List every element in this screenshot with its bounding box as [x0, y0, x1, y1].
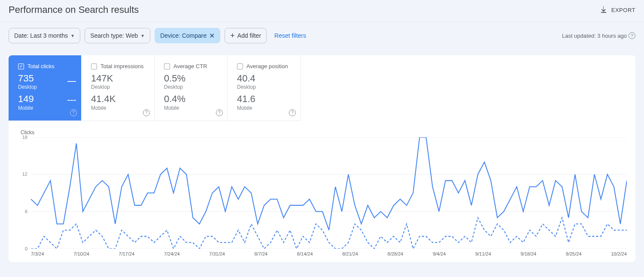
reset-filters[interactable]: Reset filters — [274, 32, 306, 39]
metric-value: 735 — [18, 73, 75, 84]
export-button[interactable]: EXPORT — [599, 6, 635, 14]
chart-xtick: 7/24/24 — [164, 251, 180, 256]
chart-xtick: 8/7/24 — [255, 251, 268, 256]
help-icon[interactable]: ? — [629, 32, 635, 39]
metric-sublabel: Mobile — [18, 105, 75, 111]
help-icon[interactable]: ? — [70, 109, 77, 116]
chart-ylabel: Clicks — [21, 129, 627, 135]
chart-xtick: 9/18/24 — [520, 251, 536, 256]
chart-canvas: 061218 — [21, 137, 627, 249]
metric-sublabel: Mobile — [164, 105, 221, 111]
metric-tab[interactable]: Average position40.4Desktop41.6Mobile? — [228, 55, 301, 121]
metric-sublabel: Desktop — [91, 84, 148, 90]
filters-row: Date: Last 3 months ▼ Search type: Web ▼… — [0, 22, 644, 45]
checkbox-icon — [164, 63, 170, 69]
metric-tab[interactable]: Average CTR0.5%Desktop0.4%Mobile? — [155, 55, 228, 121]
metric-value: 40.4 — [237, 73, 294, 84]
chart-xtick: 7/10/24 — [73, 251, 89, 256]
chart-series-mobile — [31, 218, 627, 249]
metric-label: Average CTR — [173, 63, 207, 69]
metric-label: Total impressions — [100, 63, 143, 69]
last-updated: Last updated: 3 hours ago ? — [562, 32, 635, 39]
metric-tab[interactable]: Total clicks735Desktop149Mobile? — [9, 55, 82, 121]
chart-xaxis: 7/3/247/10/247/17/247/24/247/31/248/7/24… — [21, 249, 627, 258]
metric-sublabel: Desktop — [164, 84, 221, 90]
metric-sublabel: Desktop — [18, 84, 75, 90]
export-label: EXPORT — [611, 7, 635, 13]
caret-down-icon: ▼ — [140, 33, 145, 38]
checkbox-icon — [91, 63, 97, 69]
chart-xtick: 7/3/24 — [31, 251, 44, 256]
add-filter-button[interactable]: + Add filter — [225, 28, 267, 43]
metric-value: 149 — [18, 93, 75, 105]
filter-date[interactable]: Date: Last 3 months ▼ — [9, 28, 80, 43]
checkbox-icon — [18, 63, 24, 69]
metric-tab[interactable]: Total impressions147KDesktop41.4KMobile? — [82, 55, 155, 121]
metric-sublabel: Desktop — [237, 84, 294, 90]
chart-xtick: 9/25/24 — [566, 251, 582, 256]
filter-device[interactable]: Device: Compare ✕ — [155, 28, 220, 43]
chart-xtick: 8/28/24 — [388, 251, 404, 256]
chart-xtick: 7/31/24 — [209, 251, 225, 256]
metric-value: 0.5% — [164, 73, 221, 84]
metric-label: Average position — [246, 63, 288, 69]
filter-search-type[interactable]: Search type: Web ▼ — [85, 28, 150, 43]
chart-ytick: 12 — [19, 172, 27, 177]
chart-xtick: 7/17/24 — [119, 251, 135, 256]
help-icon[interactable]: ? — [143, 109, 150, 116]
help-icon[interactable]: ? — [289, 109, 296, 116]
metric-value: 0.4% — [164, 93, 221, 105]
chart-xtick: 9/11/24 — [475, 251, 491, 256]
page-title: Performance on Search results — [9, 4, 139, 15]
filters-group: Date: Last 3 months ▼ Search type: Web ▼… — [9, 28, 306, 43]
chart-xtick: 8/14/24 — [297, 251, 313, 256]
download-icon — [599, 6, 608, 14]
chart-ytick: 6 — [19, 209, 27, 214]
chart-xtick: 9/4/24 — [433, 251, 446, 256]
help-icon[interactable]: ? — [216, 109, 223, 116]
metric-value: 41.6 — [237, 93, 294, 105]
metric-sublabel: Mobile — [237, 105, 294, 111]
close-icon[interactable]: ✕ — [209, 32, 215, 40]
plus-icon: + — [230, 32, 235, 39]
metrics-row: Total clicks735Desktop149Mobile?Total im… — [9, 55, 635, 121]
chart-xtick: 8/21/24 — [342, 251, 358, 256]
checkbox-icon — [237, 63, 243, 69]
metric-sublabel: Mobile — [91, 105, 148, 111]
metric-value: 41.4K — [91, 93, 148, 105]
chart-ytick: 18 — [19, 135, 27, 140]
main-card: Total clicks735Desktop149Mobile?Total im… — [9, 55, 635, 262]
page-header: Performance on Search results EXPORT — [0, 0, 644, 22]
metric-value: 147K — [91, 73, 148, 84]
chart-area: Clicks 061218 7/3/247/10/247/17/247/24/2… — [9, 121, 635, 262]
caret-down-icon: ▼ — [70, 33, 75, 38]
metric-label: Total clicks — [27, 63, 55, 69]
chart-xtick: 10/2/24 — [611, 251, 627, 256]
chart-ytick: 0 — [19, 246, 27, 251]
chart-series-desktop — [31, 137, 627, 230]
